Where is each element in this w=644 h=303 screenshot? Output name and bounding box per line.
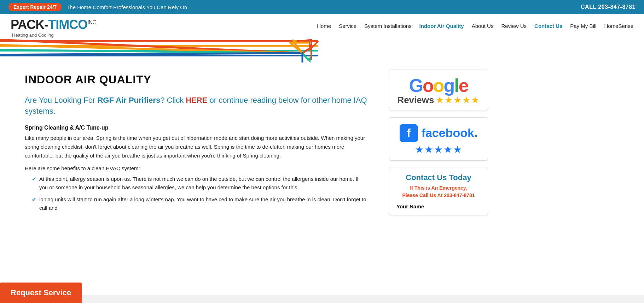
emergency-line2: Please Call Us At 203-847-8781 [402,192,475,198]
nav-homesense[interactable]: HomeSense [604,23,633,29]
google-stars: ★★★★★ [436,95,480,105]
logo-pack: PACK- [11,17,48,32]
content-area: INDOOR AIR QUALITY Are You Looking For R… [0,63,382,226]
main-nav: Home Service System Installations Indoor… [317,23,633,32]
benefits-label: Here are some benefits to a clean HVAC s… [25,165,368,171]
emergency-line1: If This is An Emergency, [410,185,467,191]
your-name-label: Your Name [396,203,481,209]
body-text-1: Like many people in our area, Spring is … [25,134,368,160]
benefit-text-2: ioning units will start to run again aft… [39,195,368,212]
top-bar: Expert Repair 24/7 The Home Comfort Prof… [0,0,644,14]
facebook-label: facebook. [422,126,478,140]
facebook-box[interactable]: f facebook. ★★★★★ [389,117,488,161]
here-link[interactable]: HERE [186,96,207,105]
nav-service[interactable]: Service [339,23,356,29]
nav-indoor-air-quality[interactable]: Indoor Air Quality [419,23,464,29]
logo-inc: INC. [87,19,97,25]
top-bar-tagline: The Home Comfort Professionals You Can R… [66,4,187,10]
logo-area: PACK-TIMCOINC. Heating and Cooling [11,18,97,38]
facebook-row: f facebook. [396,124,481,142]
page-title: INDOOR AIR QUALITY [25,73,368,86]
google-reviews-box[interactable]: Google Reviews ★★★★★ [389,70,488,111]
main-layout: INDOOR AIR QUALITY Are You Looking For R… [0,63,644,237]
logo-subtitle: Heating and Cooling [11,32,97,38]
section-heading: Spring Cleaning & A/C Tune-up [25,125,368,131]
facebook-stars: ★★★★★ [396,144,481,155]
sidebar: Google Reviews ★★★★★ f facebook. ★★★★★ C… [382,63,499,226]
top-bar-phone: CALL 203-847-8781 [581,4,636,10]
emergency-text: If This is An Emergency, Please Call Us … [396,184,481,199]
checkmark-1: ✔ [32,175,36,183]
benefit-item-2: ✔ ioning units will start to run again a… [25,195,368,212]
google-logo: Google [396,76,481,95]
contact-box: Contact Us Today If This is An Emergency… [389,167,488,215]
google-g: Google [409,75,468,96]
decorative-lines [0,38,644,63]
benefit-item-1: ✔ At this point, allergy season is upon … [25,175,368,192]
reviews-row: Reviews ★★★★★ [396,95,481,106]
intro-paragraph: Are You Looking For RGF Air Purifiers? C… [25,95,368,117]
reviews-label: Reviews [397,95,434,105]
contact-today-label: Contact Us Today [396,173,481,182]
nav-pay-bill[interactable]: Pay My Bill [570,23,596,29]
nav-contact-us[interactable]: Contact Us [534,23,562,29]
benefit-text-1: At this point, allergy season is upon us… [39,175,368,192]
expert-badge: Expert Repair 24/7 [8,3,62,11]
facebook-icon: f [400,124,418,142]
nav-about-us[interactable]: About Us [472,23,494,29]
site-header: PACK-TIMCOINC. Heating and Cooling Home … [0,14,644,38]
nav-system-installations[interactable]: System Installations [364,23,411,29]
svg-line-9 [0,53,302,55]
logo: PACK-TIMCOINC. [11,18,97,32]
nav-review-us[interactable]: Review Us [501,23,527,29]
intro-text-1: Are You Looking For [25,96,97,105]
intro-text-2: ? Click [160,96,186,105]
checkmark-2: ✔ [32,195,36,204]
intro-rgf: RGF Air Purifiers [97,96,160,105]
nav-home[interactable]: Home [317,23,331,29]
logo-timco: TIMCO [48,17,87,32]
